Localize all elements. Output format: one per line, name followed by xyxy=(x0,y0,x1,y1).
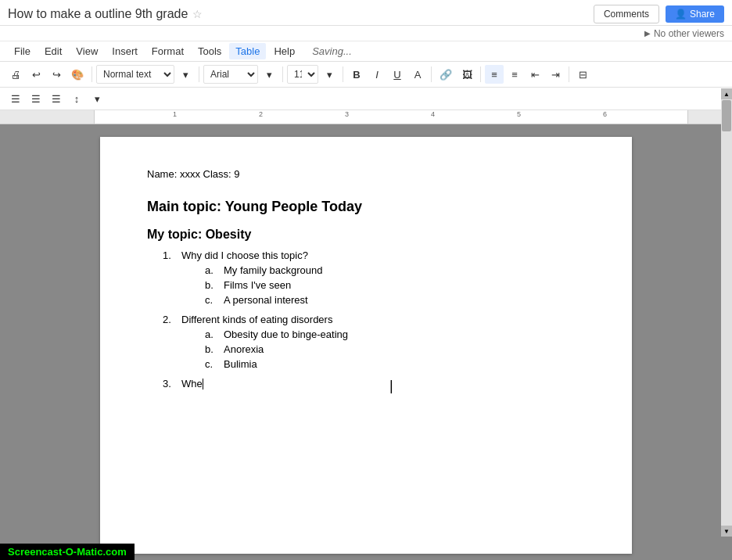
menu-insert[interactable]: Insert xyxy=(106,43,144,59)
title-bar: How to make a outline 9th grade ☆ Commen… xyxy=(0,0,732,26)
font-dropdown-btn[interactable]: ▾ xyxy=(260,65,278,84)
scrollbar[interactable]: ▲ ▼ xyxy=(721,88,732,537)
divider6 xyxy=(480,66,481,82)
mouse-cursor-icon: | xyxy=(389,378,393,394)
style-dropdown-btn[interactable]: ▾ xyxy=(176,65,195,84)
item-2-num: 2. xyxy=(163,314,178,325)
viewers-bar: ▶ No other viewers xyxy=(0,26,732,41)
insert-link-button[interactable]: 🔗 xyxy=(436,65,456,84)
chevron-right-icon: ▶ xyxy=(644,29,651,38)
subitem-1b-text: Films I've seen xyxy=(224,279,291,291)
ruler-mark-1: 1 xyxy=(173,110,177,118)
align-right-button[interactable]: ☰ xyxy=(47,89,66,108)
doc-page[interactable]: Name: xxxx Class: 9 Main topic: Young Pe… xyxy=(100,137,632,554)
star-icon[interactable]: ☆ xyxy=(192,8,203,20)
menu-table[interactable]: Table xyxy=(229,43,266,59)
share-label: Share xyxy=(690,9,715,20)
outline-item-2: 2. Different kinds of eating disorders a… xyxy=(163,314,585,373)
italic-button[interactable]: I xyxy=(368,65,386,84)
size-dropdown-btn[interactable]: ▾ xyxy=(320,65,339,84)
divider4 xyxy=(343,66,343,82)
align-center-button[interactable]: ☰ xyxy=(27,89,45,108)
line-spacing-button[interactable]: ↕ xyxy=(67,89,86,108)
bullet-list-button[interactable]: ≡ xyxy=(505,65,524,84)
subitem-1c: c. A personal interest xyxy=(205,294,322,306)
divider5 xyxy=(431,66,432,82)
doc-title: How to make a outline 9th grade xyxy=(8,7,188,21)
toolbar: 🖨 ↩ ↪ 🎨 Normal text ▾ Arial ▾ 11 ▾ B I U… xyxy=(0,62,732,88)
share-button[interactable]: 👤 Share xyxy=(666,5,724,23)
doc-area[interactable]: Name: xxxx Class: 9 Main topic: Young Pe… xyxy=(0,124,732,560)
subitem-1a-text: My family background xyxy=(224,264,322,276)
subitem-2b: b. Anorexia xyxy=(205,343,348,355)
style-select[interactable]: Normal text xyxy=(96,65,174,84)
item-2-text: Different kinds of eating disorders xyxy=(181,314,332,325)
item-2-sublist: a. Obesity due to binge-eating b. Anorex… xyxy=(205,328,348,370)
text-cursor xyxy=(203,379,203,389)
menu-file[interactable]: File xyxy=(8,43,37,59)
decrease-indent-button[interactable]: ⇤ xyxy=(526,65,544,84)
watermark: Screencast-O-Matic.com xyxy=(0,544,135,560)
scroll-down-button[interactable]: ▼ xyxy=(721,526,732,537)
subitem-2b-text: Anorexia xyxy=(224,343,264,355)
title-left: How to make a outline 9th grade ☆ xyxy=(8,7,203,21)
subitem-1c-text: A personal interest xyxy=(224,294,308,306)
saving-status: Saving... xyxy=(312,45,352,57)
comments-button[interactable]: Comments xyxy=(594,5,659,23)
item-3-content: Whe xyxy=(181,378,203,389)
main-topic: Main topic: Young People Today xyxy=(147,199,585,215)
ruler-mark-5: 5 xyxy=(517,110,521,118)
ruler-mark-4: 4 xyxy=(431,110,435,118)
divider2 xyxy=(199,66,199,82)
ruler-mark-2: 2 xyxy=(259,110,263,118)
menu-view[interactable]: View xyxy=(70,43,104,59)
divider7 xyxy=(569,66,569,82)
divider1 xyxy=(92,66,92,82)
subitem-1c-letter: c. xyxy=(205,294,219,306)
subitem-2b-letter: b. xyxy=(205,343,219,355)
ruler-mark-6: 6 xyxy=(603,110,607,118)
subitem-1b: b. Films I've seen xyxy=(205,279,322,291)
redo-button[interactable]: ↪ xyxy=(47,65,66,84)
subitem-2a: a. Obesity due to binge-eating xyxy=(205,328,348,340)
subitem-2c-text: Bulimia xyxy=(224,358,257,370)
scroll-thumb[interactable] xyxy=(722,100,731,131)
subitem-2a-text: Obesity due to binge-eating xyxy=(224,328,348,340)
menu-edit[interactable]: Edit xyxy=(38,43,68,59)
paint-format-button[interactable]: 🎨 xyxy=(67,65,88,84)
menu-help[interactable]: Help xyxy=(267,43,301,59)
subitem-2a-letter: a. xyxy=(205,328,219,340)
scroll-up-button[interactable]: ▲ xyxy=(721,88,732,99)
ruler-inner: 1 2 3 4 5 6 xyxy=(94,110,688,124)
ruler-mark-3: 3 xyxy=(345,110,349,118)
menu-tools[interactable]: Tools xyxy=(192,43,228,59)
item-1-sublist: a. My family background b. Films I've se… xyxy=(205,264,322,306)
align-left-button[interactable]: ☰ xyxy=(6,89,25,108)
item-2-content: Different kinds of eating disorders a. O… xyxy=(181,314,348,373)
numbered-list-button[interactable]: ≡ xyxy=(485,65,504,84)
subitem-1a: a. My family background xyxy=(205,264,322,276)
print-button[interactable]: 🖨 xyxy=(6,65,25,84)
item-1-num: 1. xyxy=(163,249,178,261)
font-size-select[interactable]: 11 xyxy=(287,65,318,84)
toolbar2: ☰ ☰ ☰ ↕ ▾ xyxy=(0,88,732,110)
line-spacing-dropdown-btn[interactable]: ▾ xyxy=(88,89,106,108)
title-right: Comments 👤 Share xyxy=(594,5,724,23)
text-color-button[interactable]: A xyxy=(408,65,427,84)
font-select[interactable]: Arial xyxy=(203,65,258,84)
undo-button[interactable]: ↩ xyxy=(27,65,45,84)
menu-format[interactable]: Format xyxy=(145,43,190,59)
item-1-text: Why did I choose this topic? xyxy=(181,249,308,261)
underline-button[interactable]: U xyxy=(388,65,407,84)
subitem-1b-letter: b. xyxy=(205,279,219,291)
outline-item-1: 1. Why did I choose this topic? a. My fa… xyxy=(163,249,585,309)
clear-formatting-button[interactable]: ⊟ xyxy=(573,65,592,84)
item-3-text: Whe xyxy=(181,378,203,389)
bold-button[interactable]: B xyxy=(347,65,366,84)
outline-item-3: 3. Whe xyxy=(163,378,585,389)
person-icon: 👤 xyxy=(675,9,687,20)
name-line: Name: xxxx Class: 9 xyxy=(147,168,585,180)
divider3 xyxy=(282,66,283,82)
insert-image-button[interactable]: 🖼 xyxy=(458,65,476,84)
increase-indent-button[interactable]: ⇥ xyxy=(546,65,565,84)
